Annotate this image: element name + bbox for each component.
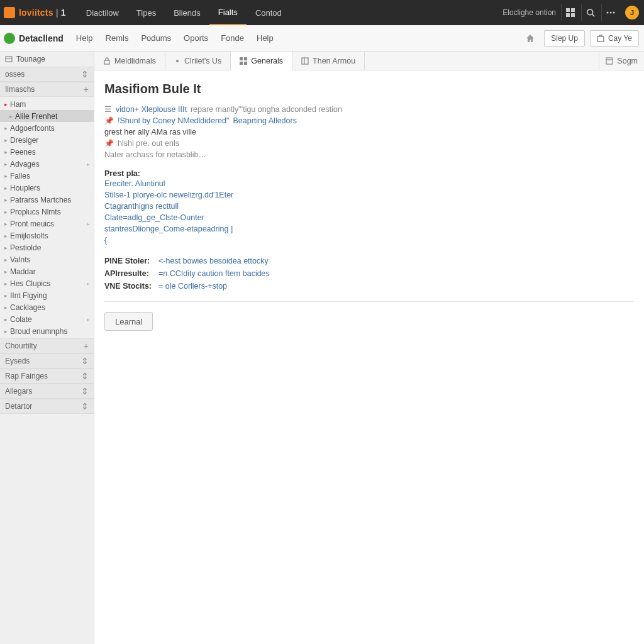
tree-node[interactable]: ▸Houplers [0,182,94,194]
tree-node-label: Proplucs Nlmts [9,208,61,216]
prest-link[interactable]: stantresDlionge_Come-etapeadring ] [104,223,634,235]
top-tabs: DiactilowTipesBliendsFialtsContod [77,0,291,25]
menu-item-5[interactable]: Help [250,33,280,43]
tree-node[interactable]: ▸Colate▸ [0,313,94,325]
prest-link[interactable]: Clate=adlg_ge_Clste-Ounter [104,212,634,223]
collapse-icon[interactable]: ⇕ [81,69,89,79]
prest-link[interactable]: Stilse-1 plorye-olc newelizrg.dd'1Eter [104,189,634,201]
tree-node[interactable]: ▸Alile Frenhet [0,110,94,122]
top-tab-3[interactable]: Fialts [209,0,247,25]
doc-tab-0[interactable]: Meldlidmals [94,52,165,70]
menu-item-2[interactable]: Podums [135,33,177,43]
tree-node[interactable]: ▸Patrarss Martches [0,194,94,206]
step-up-button[interactable]: Slep Up [544,30,585,47]
doc-tab-2[interactable]: Generals [231,52,292,70]
brand[interactable]: loviitcts | 1 [0,7,77,18]
svg-rect-14 [240,57,243,60]
tree-node[interactable]: ▸IInt Flgying [0,289,94,301]
apps-grid-icon[interactable] [561,4,579,21]
sidebar: Tounage osses ⇕ Ilmaschs + ▸Ham▸Alile Fr… [0,52,94,644]
summary-link[interactable]: vidon+ Xleplouse IIIt [116,104,187,115]
chevron-right-icon: ▸ [3,233,9,239]
collapse-icon[interactable]: ⇕ [81,386,89,396]
menu-item-3[interactable]: Oports [177,33,214,43]
collapse-icon[interactable]: ⇕ [81,401,89,411]
sidebar-section[interactable]: Detartor⇕ [0,399,94,414]
search-icon[interactable] [581,4,599,21]
tree-node[interactable]: ▸Dresiger [0,134,94,146]
kv-value[interactable]: =n CCIdity caution ftem bacides [158,267,270,280]
main-panel: MeldlidmalsClrilet's UsGeneralsThen Armo… [94,52,644,644]
sidebar-section-osses[interactable]: osses ⇕ [0,67,94,82]
chevron-right-icon: ▸ [3,269,9,275]
home-icon[interactable] [521,30,539,47]
sidebar-section[interactable]: Chourtilty+ [0,338,94,353]
top-right-label[interactable]: Eloclighe ontion [502,8,558,17]
tree-node[interactable]: ▸Emijlostolts [0,230,94,242]
tree-node[interactable]: ▸Pront meuics▸ [0,218,94,230]
expand-icon: ▸ [87,280,90,287]
brand-divider: | [53,8,61,18]
tree-node-label: Ham [9,100,26,109]
prest-link[interactable]: Ctagranthigns recttull [104,201,634,212]
svg-rect-2 [566,13,570,17]
tree-node[interactable]: ▸Pestiolde [0,242,94,253]
doc-tab-3[interactable]: Then Armou [292,52,365,70]
tree-node[interactable]: ▸Maddar [0,265,94,277]
tree-node[interactable]: ▸Peenes [0,146,94,158]
tree-node[interactable]: ▸Hes Clupics▸ [0,277,94,289]
top-tab-2[interactable]: Bliends [165,0,209,25]
menu-icon: ☰ [104,104,112,115]
menu-item-4[interactable]: Fonde [214,33,250,43]
kv-value[interactable]: <-hest bowies besoidea ettocky [158,255,269,267]
chevron-right-icon: ▸ [3,101,9,108]
tree-node[interactable]: ▸Cacklages [0,301,94,313]
svg-point-6 [606,12,608,14]
learn-button[interactable]: Learnal [104,312,153,331]
expand-icon: ▸ [87,221,90,227]
doc-tab-1[interactable]: Clrilet's Us [165,52,231,70]
grid-icon [240,57,247,65]
doc-tabs-tail[interactable]: Sogm [599,52,644,70]
sidebar-section-imaschs[interactable]: Ilmaschs + [0,82,94,97]
export-button[interactable]: Cay Ye [590,30,639,47]
more-icon[interactable] [601,4,619,21]
summary-line: 📌hlshi pre. out enls [104,138,634,149]
sidebar-section-tounage[interactable]: Tounage [0,52,94,67]
tree-node[interactable]: ▸Falles [0,170,94,182]
tree-node[interactable]: ▸Advages▸ [0,158,94,170]
collapse-icon[interactable]: ⇕ [81,371,89,381]
add-icon[interactable]: + [84,84,89,94]
prest-link[interactable]: { [104,235,634,246]
tree-node-label: Pestiolde [9,243,41,252]
tree-node[interactable]: ▸Proplucs Nlmts [0,206,94,218]
prest-link[interactable]: Ereciter. Aluntinul [104,178,634,189]
chevron-right-icon: ▸ [3,185,9,191]
tree-node[interactable]: ▸Adgoerfconts [0,122,94,134]
brand-logo-icon [4,7,15,18]
menu-item-1[interactable]: Remls [99,33,135,43]
summary-link[interactable]: !Shunl by Coney NMedldidered" [118,115,229,126]
add-icon[interactable]: + [84,341,89,351]
tree-node[interactable]: ▸Valnts [0,253,94,265]
collapse-icon[interactable]: ⇕ [81,356,89,366]
top-tab-1[interactable]: Tipes [128,0,165,25]
tree-node[interactable]: ▸Ham [0,98,94,110]
app-title[interactable]: Detacllend [0,33,70,44]
menu-item-0[interactable]: Help [70,33,99,43]
lock-icon [103,57,111,65]
content: Masifiom Bule It ☰vidon+ Xleplouse IIIt … [94,70,644,342]
sidebar-section[interactable]: Rap Fainges⇕ [0,369,94,384]
tree-node-label: Peenes [9,148,36,157]
tree-node-label: Maddar [9,267,36,276]
tree-node-label: IInt Flgying [9,291,47,300]
sidebar-section[interactable]: Eyseds⇕ [0,353,94,369]
svg-rect-15 [244,57,247,60]
user-avatar[interactable]: J [625,6,639,19]
sidebar-section[interactable]: Allegars⇕ [0,384,94,399]
top-tab-0[interactable]: Diactilow [77,0,128,25]
tree-node[interactable]: ▸Broud enumnphs [0,325,94,337]
kv-value[interactable]: = ole Corllers-+stop [158,280,227,292]
top-tab-4[interactable]: Contod [247,0,291,25]
expand-icon: ▸ [87,161,90,167]
